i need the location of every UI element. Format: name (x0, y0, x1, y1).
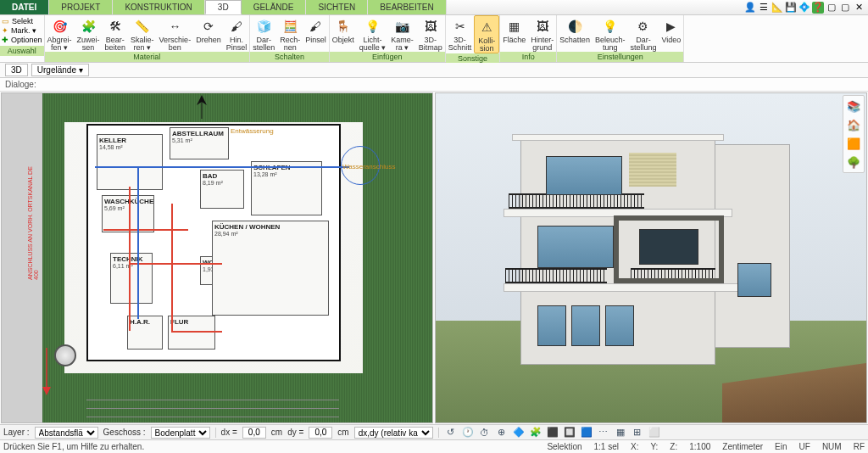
color-grid-icon[interactable]: 🟧 (846, 136, 861, 151)
bottom-tool-icon[interactable]: ▦ (614, 426, 627, 439)
floorplan-room[interactable]: ABSTELLRAUM5,31 m² (170, 127, 229, 159)
bottom-tool-icon[interactable]: ⊞ (631, 426, 644, 439)
ribbon-btn[interactable]: ⚙Dar-stellung (627, 15, 659, 52)
tab-3d[interactable]: 3D (205, 0, 242, 14)
ribbon-btn[interactable]: 🧊Dar-stellen (250, 15, 277, 52)
dimension-line (86, 400, 339, 400)
mark-button[interactable]: ✦Mark. ▾ (2, 26, 42, 35)
ribbon-btn[interactable]: 🧩Zuwei-sen (75, 15, 103, 52)
geschoss-select[interactable]: Bodenplatt (151, 427, 210, 439)
tab-gelaende[interactable]: GELÄNDE (242, 0, 307, 14)
ribbon-btn[interactable]: ⟳Drehen (193, 15, 224, 52)
bottom-tool-icon[interactable]: 🧩 (529, 426, 542, 439)
ribbon-btn[interactable]: 💡Beleuch-tung (593, 15, 628, 52)
ribbon-btn-label: fen ▾ (51, 44, 68, 52)
coord-mode-select[interactable]: dx,dy (relativ ka (354, 427, 433, 439)
group-label-auswahl: Auswahl (0, 46, 44, 56)
ribbon-btn[interactable]: 📷Kame-ra ▾ (388, 15, 416, 52)
ribbon-btn-label: Schatten (559, 36, 590, 44)
maximize-icon[interactable]: ▢ (839, 2, 851, 14)
workspace: KELLER14,58 m²ABSTELLRAUM5,31 m²SCHLAFEN… (0, 92, 868, 424)
ribbon-btn-label: stellen (253, 44, 275, 52)
bottom-tool-icon[interactable]: ⏱ (478, 426, 492, 439)
bottom-tool-icon[interactable]: ⬛ (546, 426, 559, 439)
ribbon-btn[interactable]: 🪑Objekt (330, 15, 357, 52)
titlebar-icon[interactable]: 👤 (744, 2, 756, 14)
ribbon-btn[interactable]: 🎯Abgrei-fen ▾ (45, 15, 75, 52)
room-name: KELLER (99, 137, 160, 144)
view-3d-chip[interactable]: 3D (5, 64, 28, 76)
floorplan-room[interactable]: BAD8,19 m² (200, 170, 244, 209)
ribbon-icon: ↔ (165, 17, 184, 36)
floorplan-room[interactable]: KELLER14,58 m² (97, 134, 163, 190)
room-area: 5,69 m² (104, 205, 152, 211)
room-name: BAD (203, 172, 242, 180)
bottom-tool-icon[interactable]: 🕐 (461, 426, 475, 439)
3d-view-pane[interactable]: 📚 🏠 🟧 🌳 (435, 92, 867, 423)
ribbon-btn-label: Objekt (332, 36, 354, 44)
titlebar-icon[interactable]: 💾 (785, 2, 797, 14)
layers-icon[interactable]: 📚 (846, 98, 861, 114)
titlebar-icon[interactable]: ☰ (758, 2, 770, 14)
cm-label: cm (337, 428, 348, 437)
floorplan-room[interactable]: FLUR (168, 316, 215, 350)
tab-konstruktion[interactable]: KONSTRUKTION (113, 0, 204, 14)
tab-file[interactable]: DATEI (0, 0, 49, 14)
floorplan-room[interactable]: TECHNIK6,11 m² (110, 253, 153, 304)
floorplan-room[interactable]: WASCHKÜCHE5,69 m² (102, 195, 154, 232)
ribbon-btn[interactable]: 🧮Rech-nen (277, 15, 303, 52)
bottom-tool-icon[interactable]: 🟦 (580, 426, 593, 439)
frame-accent (614, 215, 724, 283)
tab-sichten[interactable]: SICHTEN (306, 0, 368, 14)
bottom-tool-icon[interactable]: ⬜ (648, 426, 661, 439)
ribbon-btn-label: beiten (105, 44, 126, 52)
room-area: 28,94 m² (214, 231, 326, 237)
window (571, 305, 600, 346)
layer-select[interactable]: Abstandsflä (35, 427, 98, 439)
bottom-tool-icon[interactable]: 🔲 (563, 426, 576, 439)
dy-input[interactable] (309, 427, 332, 439)
ribbon-btn[interactable]: 🖌Hin.Pinsel (224, 15, 250, 52)
floorplan-pane[interactable]: KELLER14,58 m²ABSTELLRAUM5,31 m²SCHLAFEN… (1, 92, 433, 423)
ribbon-btn[interactable]: 🖼Hinter-grund (528, 15, 556, 52)
titlebar-icon[interactable]: 💠 (798, 2, 810, 14)
ribbon-btn[interactable]: 🖌Pinsel (303, 15, 329, 52)
ribbon-btn[interactable]: 📏Skalie-ren ▾ (128, 15, 157, 52)
optionen-button[interactable]: ✚Optionen (2, 36, 42, 44)
floorplan-room[interactable]: SCHLAFEN13,28 m² (251, 161, 322, 215)
bottom-tool-icon[interactable]: 🔷 (512, 426, 526, 439)
ribbon-btn[interactable]: ↔Verschie-ben (157, 15, 194, 52)
ribbon-btn[interactable]: 🖼3D-Bitmap (416, 15, 445, 52)
view-urgelaende-chip[interactable]: Urgelände ▾ (31, 64, 89, 76)
ribbon-btn[interactable]: ⚠Kolli-sion (474, 15, 499, 53)
bottom-tool-icon[interactable]: ⋯ (597, 426, 610, 439)
tree-icon[interactable]: 🌳 (846, 154, 861, 170)
bottom-tool-icon[interactable]: ↺ (444, 426, 458, 439)
titlebar-icon[interactable]: 📐 (771, 2, 783, 14)
ribbon-icon: 💡 (364, 17, 382, 36)
house-icon[interactable]: 🏠 (846, 117, 861, 132)
ribbon-btn[interactable]: 🛠Bear-beiten (103, 15, 129, 52)
ribbon-btn[interactable]: ▶Video (659, 15, 683, 52)
ribbon-btn[interactable]: ▦Fläche (500, 15, 528, 52)
floorplan-room[interactable]: H.A.R. (127, 316, 163, 350)
help-icon[interactable]: ❓ (812, 2, 824, 14)
ribbon-btn-label: quelle ▾ (359, 44, 387, 52)
ribbon-group-sonstige: ✂3D-Schnitt⚠Kolli-sion Sonstige (446, 15, 501, 62)
ribbon-icon: ▦ (505, 17, 524, 36)
dx-input[interactable] (242, 427, 266, 439)
tab-bearbeiten[interactable]: BEARBEITEN (368, 0, 446, 14)
floorplan-room[interactable]: KÜCHEN / WOHNEN28,94 m² (212, 221, 329, 316)
ribbon-btn[interactable]: 🌓Schatten (557, 15, 593, 52)
minimize-icon[interactable]: ▢ (826, 2, 837, 14)
titlebar-icons: 👤 ☰ 📐 💾 💠 ❓ ▢ ▢ ✕ (744, 0, 868, 14)
selekt-button[interactable]: ▭Selekt (2, 17, 42, 25)
close-icon[interactable]: ✕ (853, 2, 865, 14)
ribbon-icon: ⚙ (634, 17, 653, 36)
room-name: H.A.R. (130, 318, 160, 326)
tab-projekt[interactable]: PROJEKT (49, 0, 113, 14)
ribbon-btn[interactable]: 💡Licht-quelle ▾ (357, 15, 389, 52)
railing (505, 268, 607, 283)
bottom-tool-icon[interactable]: ⊕ (495, 426, 509, 439)
ribbon-btn[interactable]: ✂3D-Schnitt (446, 15, 475, 53)
